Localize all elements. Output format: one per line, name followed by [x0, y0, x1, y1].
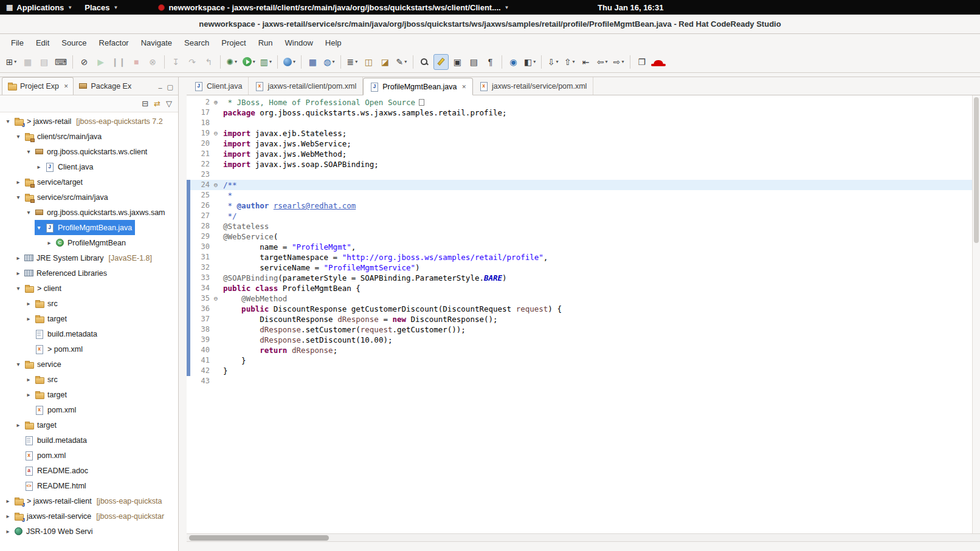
chevron-expanded-icon[interactable]: ▾ — [24, 148, 33, 155]
web-service-explorer-button[interactable]: ◍▾ — [322, 54, 337, 70]
chevron-collapsed-icon[interactable]: ▸ — [4, 513, 12, 519]
step-into-button[interactable]: ↧ — [168, 54, 184, 70]
horizontal-scrollbar[interactable] — [187, 533, 980, 541]
menu-source[interactable]: Source — [55, 36, 92, 50]
tree-item-referenced-libraries[interactable]: ▸Referenced Libraries — [0, 265, 178, 281]
mark-occurrences-button[interactable] — [433, 54, 449, 70]
chevron-expanded-icon[interactable]: ▾ — [14, 361, 22, 368]
deploy-archive-button[interactable]: ◪ — [378, 54, 393, 70]
tree-item-client[interactable]: ▾> client — [0, 281, 178, 296]
previous-annotation-button[interactable]: ⇧▾ — [562, 54, 577, 70]
step-return-button[interactable]: ↰ — [201, 54, 216, 70]
back-button[interactable]: ⇦▾ — [595, 54, 610, 70]
menu-navigate[interactable]: Navigate — [135, 36, 178, 50]
clock[interactable]: Thu Jan 16, 16:31 — [593, 0, 668, 15]
chevron-expanded-icon[interactable]: ▾ — [14, 133, 22, 140]
tree-item-readme-adoc[interactable]: aREADME.adoc — [0, 463, 178, 478]
open-archive-button[interactable]: ◫ — [361, 54, 376, 70]
show-selected-element-button[interactable]: ▤ — [466, 54, 481, 70]
red-hat-button[interactable] — [650, 54, 666, 70]
chevron-collapsed-icon[interactable]: ▸ — [45, 239, 53, 246]
tree-item-org-jboss-quickstarts-ws-client[interactable]: ▾org.jboss.quickstarts.ws.client — [0, 144, 178, 159]
editor-tab-profilemgmtbean-java[interactable]: JProfileMgmtBean.java✕ — [363, 78, 473, 95]
chevron-collapsed-icon[interactable]: ▸ — [24, 376, 33, 383]
next-annotation-button[interactable]: ⇩▾ — [545, 54, 561, 70]
link-with-editor-button[interactable]: ⇄ — [154, 99, 160, 108]
tree-item-pom-xml[interactable]: x> pom.xml — [0, 341, 178, 357]
save-button[interactable]: ▦ — [20, 54, 35, 70]
split-editor-button[interactable]: ◧▾ — [522, 54, 537, 70]
chevron-collapsed-icon[interactable]: ▸ — [24, 300, 33, 307]
new-wizard-button[interactable]: ⊞▾ — [4, 54, 19, 70]
chevron-collapsed-icon[interactable]: ▸ — [14, 270, 22, 276]
tree-item-build-metadata[interactable]: build.metadata — [0, 326, 178, 341]
horizontal-scrollbar-thumb[interactable] — [189, 535, 329, 541]
chevron-collapsed-icon[interactable]: ▸ — [14, 422, 22, 428]
open-console-button[interactable]: ⌨ — [53, 54, 69, 70]
show-source-button[interactable]: ▣ — [450, 54, 465, 70]
debug-button[interactable]: ✺▾ — [224, 54, 240, 70]
maximize-view-button[interactable]: ▢ — [167, 83, 173, 91]
tree-item-service-src-main-java[interactable]: ▾service/src/main/java — [0, 190, 178, 205]
menu-edit[interactable]: Edit — [30, 36, 55, 50]
tree-item-src[interactable]: ▸src — [0, 372, 178, 387]
java-ee-button[interactable]: ▦ — [305, 54, 320, 70]
tree-item-pom-xml[interactable]: xpom.xml — [0, 448, 178, 463]
tree-item-target[interactable]: ▸target — [0, 311, 178, 326]
chevron-collapsed-icon[interactable]: ▸ — [24, 315, 33, 322]
chevron-expanded-icon[interactable]: ▾ — [14, 194, 22, 200]
annotate-button[interactable]: ✎▾ — [394, 54, 409, 70]
chevron-expanded-icon[interactable]: ▾ — [24, 209, 33, 216]
tree-item-jaxws-retail-service[interactable]: ▸Jjaxws-retail-service[jboss-eap-quickst… — [0, 508, 178, 524]
tree-item-build-metadata[interactable]: build.metadata — [0, 433, 178, 448]
tree-item-target[interactable]: ▸target — [0, 417, 178, 433]
menu-search[interactable]: Search — [178, 36, 215, 50]
tree-item-client-src-main-java[interactable]: ▾client/src/main/java — [0, 129, 178, 144]
panel-sash[interactable] — [179, 77, 187, 551]
chevron-expanded-icon[interactable]: ▾ — [4, 118, 12, 125]
search-button[interactable] — [417, 54, 432, 70]
menu-help[interactable]: Help — [319, 36, 348, 50]
tree-item-readme-html[interactable]: <>README.html — [0, 478, 178, 493]
view-menu-button[interactable]: ▽ — [166, 99, 172, 108]
forward-button[interactable]: ⇨▾ — [611, 54, 626, 70]
tree-item-client-java[interactable]: ▸JClient.java — [0, 159, 178, 174]
resume-button[interactable]: ▶ — [93, 54, 108, 70]
red-hat-central-button[interactable]: ▾ — [281, 54, 297, 70]
close-icon[interactable]: ✕ — [64, 83, 69, 89]
tree-item-jsr-109-web-servi[interactable]: ▸JSR-109 Web Servi — [0, 524, 178, 539]
tree-item-target[interactable]: ▸target — [0, 387, 178, 402]
tree-item-service[interactable]: ▾service — [0, 357, 178, 372]
chevron-collapsed-icon[interactable]: ▸ — [14, 255, 22, 261]
editor-tab-jaxws-retail-client-pom-xml[interactable]: xjaxws-retail/client/pom.xml — [249, 77, 363, 95]
coverage-button[interactable]: ▥▾ — [258, 54, 274, 70]
chevron-collapsed-icon[interactable]: ▸ — [24, 391, 33, 398]
tree-item-src[interactable]: ▸src — [0, 296, 178, 311]
chevron-expanded-icon[interactable]: ▾ — [35, 224, 43, 231]
menu-window[interactable]: Window — [279, 36, 319, 50]
editor-tab-client-java[interactable]: JClient.java — [188, 77, 249, 95]
applications-menu[interactable]: ▦ Applications ▼ — [0, 0, 78, 15]
terminate-button[interactable]: ■ — [129, 54, 144, 70]
tree-item-jaxws-retail[interactable]: ▾J> jaxws-retail[jboss-eap-quickstarts 7… — [0, 114, 178, 129]
new-window-button[interactable]: ❐ — [634, 54, 649, 70]
editor-tab-jaxws-retail-service-pom-xml[interactable]: xjaxws-retail/service/pom.xml — [473, 77, 593, 95]
menu-refactor[interactable]: Refactor — [93, 36, 135, 50]
chevron-expanded-icon[interactable]: ▾ — [14, 285, 22, 292]
window-list-button[interactable]: newworkspace - jaxws-retail/client/src/m… — [152, 0, 515, 15]
places-menu[interactable]: Places ▼ — [78, 0, 124, 15]
minimize-view-button[interactable]: – — [158, 84, 162, 91]
menu-project[interactable]: Project — [215, 36, 252, 50]
skip-all-breakpoints-button[interactable]: ⊘ — [77, 54, 92, 70]
suspend-button[interactable]: ❙❙ — [109, 54, 127, 70]
step-over-button[interactable]: ↷ — [185, 54, 200, 70]
fold-marker-icon[interactable]: ⊖ — [211, 128, 221, 139]
tree-item-org-jboss-quickstarts-ws-jaxws-sam[interactable]: ▾org.jboss.quickstarts.ws.jaxws.sam — [0, 205, 178, 220]
new-server-button[interactable]: ≣▾ — [345, 54, 360, 70]
close-icon[interactable]: ✕ — [462, 84, 467, 90]
tree-item-jaxws-retail-client[interactable]: ▸J> jaxws-retail-client[jboss-eap-quicks… — [0, 493, 178, 508]
run-button[interactable]: ▾ — [241, 54, 257, 70]
disconnect-button[interactable]: ⊗ — [145, 54, 160, 70]
fold-marker-icon[interactable]: ⊖ — [211, 293, 221, 304]
tree-item-profilemgmtbean[interactable]: ▸CProfileMgmtBean — [0, 235, 178, 250]
